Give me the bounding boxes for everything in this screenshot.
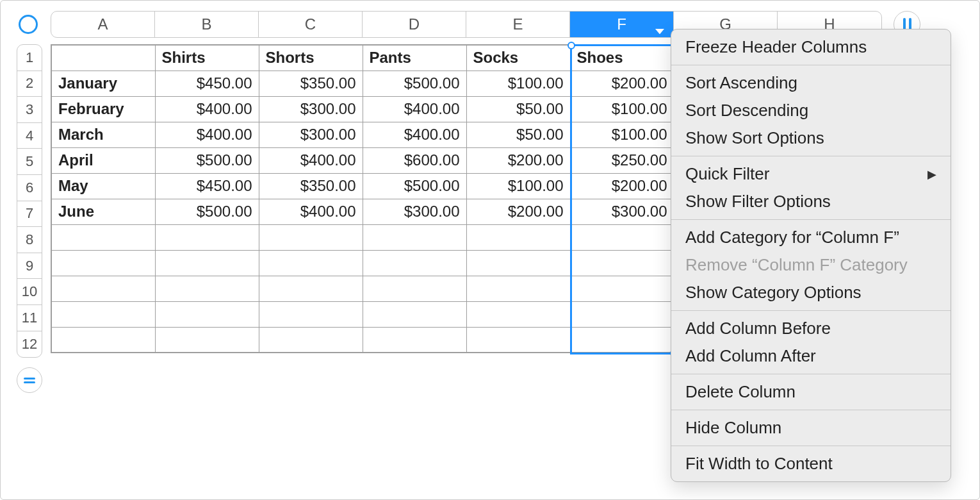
data-cell[interactable]: $400.00 [259,199,363,224]
data-cell[interactable]: $500.00 [155,199,259,224]
select-all-handle[interactable] [19,15,38,34]
row-header-7[interactable]: 7 [17,201,42,228]
row-header-6[interactable]: 6 [17,175,42,201]
data-cell[interactable] [363,250,466,276]
data-cell[interactable]: $350.00 [259,71,363,96]
data-cell[interactable] [363,224,466,250]
row-label-cell[interactable]: March [51,122,155,147]
data-cell[interactable]: $500.00 [363,71,466,96]
row-label-cell[interactable] [51,327,155,353]
data-cell[interactable]: $100.00 [466,173,570,199]
row-header-1[interactable]: 1 [17,45,42,71]
data-cell[interactable]: $600.00 [363,147,466,173]
row-label-cell[interactable]: May [51,173,155,199]
column-header-f[interactable]: F [570,12,674,37]
row-header-12[interactable]: 12 [17,331,42,358]
row-header-5[interactable]: 5 [17,149,42,175]
data-cell[interactable] [570,327,674,353]
data-cell[interactable] [155,327,259,353]
data-cell[interactable]: $250.00 [570,147,674,173]
data-cell[interactable]: $200.00 [466,147,570,173]
data-cell[interactable]: $300.00 [570,199,674,224]
data-cell[interactable]: $200.00 [570,173,674,199]
menu-sort-ascending[interactable]: Sort Ascending [671,69,951,97]
data-cell[interactable]: $350.00 [259,173,363,199]
data-cell[interactable] [259,301,363,327]
header-cell[interactable] [51,45,155,71]
row-label-cell[interactable]: June [51,199,155,224]
column-header-e[interactable]: E [466,12,570,37]
column-header-d[interactable]: D [363,12,466,37]
data-cell[interactable]: $450.00 [155,173,259,199]
menu-quick-filter[interactable]: Quick Filter ▶ [671,160,951,188]
data-cell[interactable]: $400.00 [155,96,259,122]
row-label-cell[interactable] [51,276,155,301]
menu-add-column-before[interactable]: Add Column Before [671,315,951,342]
data-cell[interactable]: $50.00 [466,122,570,147]
header-cell[interactable]: Shirts [155,45,259,71]
data-cell[interactable] [363,276,466,301]
data-cell[interactable]: $500.00 [363,173,466,199]
row-label-cell[interactable] [51,301,155,327]
data-cell[interactable] [259,224,363,250]
chevron-down-icon[interactable] [655,20,664,29]
data-cell[interactable] [570,250,674,276]
data-cell[interactable] [155,250,259,276]
menu-hide-column[interactable]: Hide Column [671,414,951,442]
row-header-4[interactable]: 4 [17,123,42,149]
row-header-8[interactable]: 8 [17,227,42,253]
add-row-handle[interactable] [17,367,42,393]
data-cell[interactable] [466,250,570,276]
menu-show-sort-options[interactable]: Show Sort Options [671,124,951,152]
menu-show-category-options[interactable]: Show Category Options [671,279,951,306]
row-header-11[interactable]: 11 [17,305,42,331]
data-cell[interactable] [259,327,363,353]
data-cell[interactable]: $400.00 [155,122,259,147]
menu-show-filter-options[interactable]: Show Filter Options [671,188,951,215]
menu-freeze-header-columns[interactable]: Freeze Header Columns [671,33,951,61]
data-cell[interactable] [155,224,259,250]
data-cell[interactable]: $300.00 [259,96,363,122]
row-header-10[interactable]: 10 [17,279,42,305]
row-label-cell[interactable]: January [51,71,155,96]
menu-delete-column[interactable]: Delete Column [671,378,951,406]
data-cell[interactable]: $100.00 [570,122,674,147]
menu-add-column-after[interactable]: Add Column After [671,342,951,370]
column-header-a[interactable]: A [51,12,155,37]
data-cell[interactable]: $400.00 [363,96,466,122]
data-cell[interactable] [259,250,363,276]
data-cell[interactable]: $100.00 [466,71,570,96]
menu-fit-width-to-content[interactable]: Fit Width to Content [671,450,951,478]
menu-sort-descending[interactable]: Sort Descending [671,97,951,124]
column-header-c[interactable]: C [259,12,363,37]
data-cell[interactable]: $200.00 [570,71,674,96]
header-cell[interactable]: Pants [363,45,466,71]
row-header-3[interactable]: 3 [17,97,42,123]
data-cell[interactable]: $300.00 [259,122,363,147]
data-cell[interactable] [466,327,570,353]
column-header-b[interactable]: B [155,12,259,37]
data-cell[interactable]: $500.00 [155,147,259,173]
row-header-9[interactable]: 9 [17,253,42,279]
data-cell[interactable] [466,301,570,327]
data-cell[interactable]: $300.00 [363,199,466,224]
data-cell[interactable] [259,276,363,301]
data-cell[interactable] [363,301,466,327]
data-cell[interactable]: $400.00 [259,147,363,173]
header-cell[interactable]: Socks [466,45,570,71]
data-cell[interactable] [570,224,674,250]
data-cell[interactable]: $100.00 [570,96,674,122]
data-cell[interactable] [466,224,570,250]
data-cell[interactable] [570,301,674,327]
row-label-cell[interactable] [51,250,155,276]
data-cell[interactable] [155,301,259,327]
data-cell[interactable]: $200.00 [466,199,570,224]
row-header-2[interactable]: 2 [17,71,42,97]
row-label-cell[interactable]: April [51,147,155,173]
data-cell[interactable] [155,276,259,301]
header-cell[interactable]: Shoes [570,45,674,71]
header-cell[interactable]: Shorts [259,45,363,71]
row-label-cell[interactable] [51,224,155,250]
data-cell[interactable]: $400.00 [363,122,466,147]
menu-add-category[interactable]: Add Category for “Column F” [671,224,951,251]
